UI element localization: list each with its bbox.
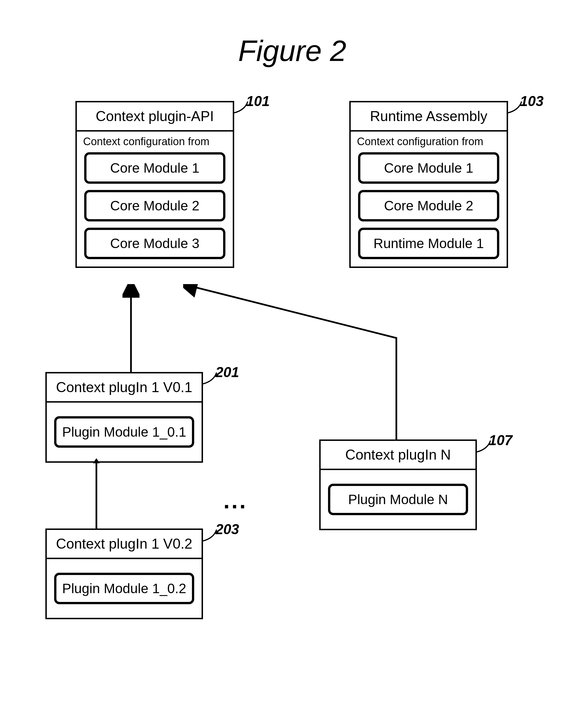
plugin-201-box: Context plugIn 1 V0.1 Plugin Module 1_0.… — [45, 372, 203, 463]
plugin-203-header: Context plugIn 1 V0.2 — [47, 530, 201, 559]
plugin-203-box: Context plugIn 1 V0.2 Plugin Module 1_0.… — [45, 528, 203, 619]
arrow-201-to-101 — [122, 284, 139, 374]
ref-203: 203 — [216, 521, 239, 538]
leader-103 — [508, 100, 523, 114]
plugin-201-module: Plugin Module 1_0.1 — [54, 416, 194, 448]
plugin-107-module: Plugin Module N — [328, 484, 468, 515]
api-module-2: Core Module 2 — [84, 190, 225, 222]
runtime-assembly-box: Runtime Assembly Context configuration f… — [349, 101, 508, 268]
runtime-header: Runtime Assembly — [351, 102, 507, 131]
api-header: Context plugin-API — [77, 102, 233, 131]
leader-203 — [202, 528, 218, 542]
api-module-1: Core Module 1 — [84, 152, 225, 184]
plugin-107-header: Context plugIn N — [320, 441, 475, 470]
arrow-107-to-101 — [183, 284, 399, 442]
ref-101: 101 — [246, 93, 270, 109]
plugin-107-box: Context plugIn N Plugin Module N — [319, 439, 477, 530]
leader-107 — [476, 439, 491, 453]
runtime-module-3: Runtime Module 1 — [358, 228, 499, 259]
ref-107: 107 — [489, 432, 512, 449]
leader-101 — [234, 100, 249, 114]
arrow-203-join — [91, 458, 102, 531]
ellipsis: ... — [223, 488, 247, 514]
figure-title: Figure 2 — [238, 34, 346, 68]
runtime-module-1: Core Module 1 — [358, 152, 499, 184]
runtime-module-2: Core Module 2 — [358, 190, 499, 222]
api-module-3: Core Module 3 — [84, 228, 225, 259]
plugin-201-header: Context plugIn 1 V0.1 — [47, 373, 201, 403]
context-plugin-api-box: Context plugin-API Context configuration… — [75, 101, 234, 268]
ref-103: 103 — [520, 93, 543, 109]
svg-marker-2 — [93, 458, 100, 463]
runtime-subtitle: Context configuration from — [351, 131, 507, 149]
api-subtitle: Context configuration from — [77, 131, 233, 149]
plugin-203-module: Plugin Module 1_0.2 — [54, 573, 194, 604]
